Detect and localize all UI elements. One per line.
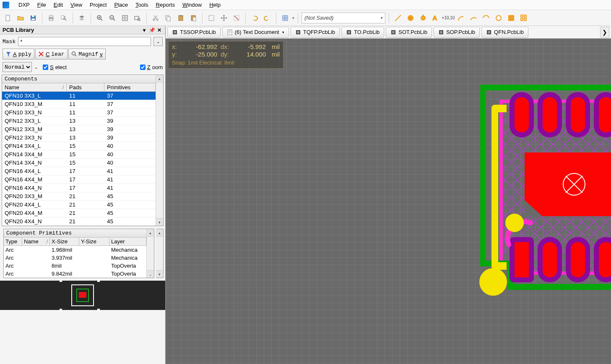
zoom-selected-icon[interactable] xyxy=(132,13,143,23)
select-checkbox[interactable]: Select xyxy=(43,64,67,70)
place-pad-icon[interactable] xyxy=(405,13,416,23)
svg-point-19 xyxy=(124,17,126,19)
undo-icon[interactable] xyxy=(249,13,260,23)
mask-input[interactable] xyxy=(18,37,151,46)
menu-dxp[interactable]: DXP xyxy=(18,2,30,8)
paste-special-icon[interactable] xyxy=(188,13,199,23)
arc-edge-icon[interactable] xyxy=(468,13,479,23)
arc-center-icon[interactable] xyxy=(455,13,466,23)
panel-pin-icon[interactable]: 📌 xyxy=(148,27,155,34)
menu-project[interactable]: Project xyxy=(90,2,107,8)
layers-icon[interactable] xyxy=(76,13,87,23)
table-row[interactable]: Arc3.937milMechanica xyxy=(4,254,146,262)
pad[interactable] xyxy=(594,92,611,137)
outer-scrollbar[interactable]: ▴▾ xyxy=(156,229,164,278)
deselect-icon[interactable] xyxy=(231,13,242,23)
footprint-view[interactable] xyxy=(480,85,611,290)
open-folder-icon[interactable] xyxy=(15,13,26,23)
select-rect-icon[interactable] xyxy=(206,13,217,23)
place-array-icon[interactable] xyxy=(518,13,529,23)
tab-textdoc[interactable]: (6) Text Document▾ xyxy=(222,27,289,38)
move-icon[interactable] xyxy=(218,13,229,23)
table-row[interactable]: QFN12 3X3_L1339 xyxy=(2,117,156,125)
grid-icon[interactable] xyxy=(280,13,291,23)
table-row[interactable]: QFN10 3X3_M1137 xyxy=(2,100,156,108)
document-state-dropdown[interactable]: (Not Saved)▾ xyxy=(302,13,385,23)
table-row[interactable]: QFN16 4X4_L1741 xyxy=(2,167,156,176)
zoom-out-icon[interactable] xyxy=(107,13,118,23)
menu-tools[interactable]: Tools xyxy=(135,2,148,8)
clear-button[interactable]: Clear xyxy=(35,49,68,59)
apply-button[interactable]: Apply xyxy=(3,49,34,59)
table-row[interactable]: Arc8milTopOverla xyxy=(4,262,146,270)
tab-sot[interactable]: SOT.PcbLib xyxy=(386,27,432,38)
table-row[interactable]: Arc1.968milMechanica xyxy=(4,246,146,254)
place-coord-icon[interactable]: +10,10 xyxy=(443,13,454,23)
table-row[interactable]: QFN12 3X3_N1339 xyxy=(2,134,156,142)
pcb-canvas[interactable]: x:-62.992 dx:-5.992mil y:-25.000 dy:14.0… xyxy=(166,39,611,364)
table-row[interactable]: QFN14 3X4_L1540 xyxy=(2,142,156,150)
tab-qfn[interactable]: QFN.PcbLib xyxy=(481,27,528,38)
tab-tqfp[interactable]: TQFP.PcbLib xyxy=(291,27,340,38)
table-row[interactable]: QFN14 3X4_M1540 xyxy=(2,150,156,159)
cut-icon[interactable] xyxy=(150,13,161,23)
primitives-scrollbar[interactable]: ▴⌄ xyxy=(146,229,154,278)
table-row[interactable]: QFN16 4X4_M1741 xyxy=(2,176,156,184)
new-file-icon[interactable] xyxy=(3,13,13,23)
menu-window[interactable]: Window xyxy=(182,2,202,8)
footprint-preview[interactable] xyxy=(0,281,165,310)
zoom-fit-icon[interactable] xyxy=(120,13,130,23)
table-row[interactable]: QFN20 3X3_M2145 xyxy=(2,192,156,201)
components-columns[interactable]: Name/ Pads Primitives xyxy=(2,83,156,92)
pad[interactable] xyxy=(538,92,562,137)
zoom-in-icon[interactable] xyxy=(94,13,105,23)
table-row[interactable]: QFN16 4X4_N1741 xyxy=(2,184,156,192)
print-preview-icon[interactable] xyxy=(58,13,69,23)
menu-help[interactable]: Help xyxy=(209,2,221,8)
primitives-group-header: Component Primitives xyxy=(4,229,146,238)
redo-icon[interactable] xyxy=(262,13,273,23)
pad[interactable] xyxy=(566,92,590,137)
menu-edit[interactable]: Edit xyxy=(54,2,63,8)
components-scrollbar[interactable]: ▴▾ xyxy=(156,75,163,226)
table-row[interactable]: QFN20 4X4_L2145 xyxy=(2,201,156,209)
place-line-icon[interactable] xyxy=(393,13,403,23)
table-row[interactable]: QFN10 3X3_L1137 xyxy=(2,92,156,100)
table-row[interactable]: QFN20 4X4_M2145 xyxy=(2,209,156,217)
table-row[interactable]: QFN14 3X4_N1540 xyxy=(2,159,156,167)
panel-menu-icon[interactable]: ▾ xyxy=(141,27,148,34)
place-string-icon[interactable]: A xyxy=(430,13,441,23)
table-row[interactable]: QFN12 3X3_M1339 xyxy=(2,125,156,134)
menu-file[interactable]: File xyxy=(37,2,46,8)
primitives-table[interactable]: Arc1.968milMechanicaArc3.937milMechanica… xyxy=(4,246,146,278)
primitives-columns[interactable]: Type Name/ X-Size Y-Size Layer xyxy=(4,238,146,246)
pad[interactable] xyxy=(510,92,534,137)
print-icon[interactable] xyxy=(46,13,57,23)
copy-icon[interactable] xyxy=(163,13,174,23)
place-via-icon[interactable] xyxy=(418,13,429,23)
pad[interactable] xyxy=(538,237,562,282)
place-fill-icon[interactable] xyxy=(506,13,517,23)
menu-place[interactable]: Place xyxy=(114,2,128,8)
menu-reports[interactable]: Reports xyxy=(156,2,175,8)
zoom-checkbox[interactable]: Zoom xyxy=(140,64,163,70)
table-row[interactable]: Arc9.842milTopOverla xyxy=(4,270,146,278)
pad[interactable] xyxy=(594,237,611,282)
paste-icon[interactable] xyxy=(175,13,186,23)
tab-to[interactable]: TO.PcbLib xyxy=(341,27,384,38)
arc-any-icon[interactable] xyxy=(481,13,491,23)
components-table[interactable]: QFN10 3X3_L1137QFN10 3X3_M1137QFN10 3X3_… xyxy=(2,92,156,226)
mask-dropdown-icon[interactable]: ⌄ xyxy=(153,37,163,46)
pad[interactable] xyxy=(566,237,590,282)
full-circle-icon[interactable] xyxy=(493,13,504,23)
tab-scroll-right-icon[interactable]: ❯ xyxy=(600,27,609,38)
panel-close-icon[interactable]: ✕ xyxy=(156,27,163,34)
save-icon[interactable] xyxy=(28,13,39,23)
magnify-button[interactable]: Magnify xyxy=(68,49,106,59)
menu-view[interactable]: View xyxy=(70,2,82,8)
tab-sop[interactable]: SOP.PcbLib xyxy=(434,27,480,38)
table-row[interactable]: QFN20 4X4_N2145 xyxy=(2,217,156,226)
table-row[interactable]: QFN10 3X3_N1137 xyxy=(2,108,156,117)
tab-tssop[interactable]: TSSOP.PcbLib xyxy=(167,27,221,38)
mode-select[interactable]: Normal xyxy=(3,62,32,72)
